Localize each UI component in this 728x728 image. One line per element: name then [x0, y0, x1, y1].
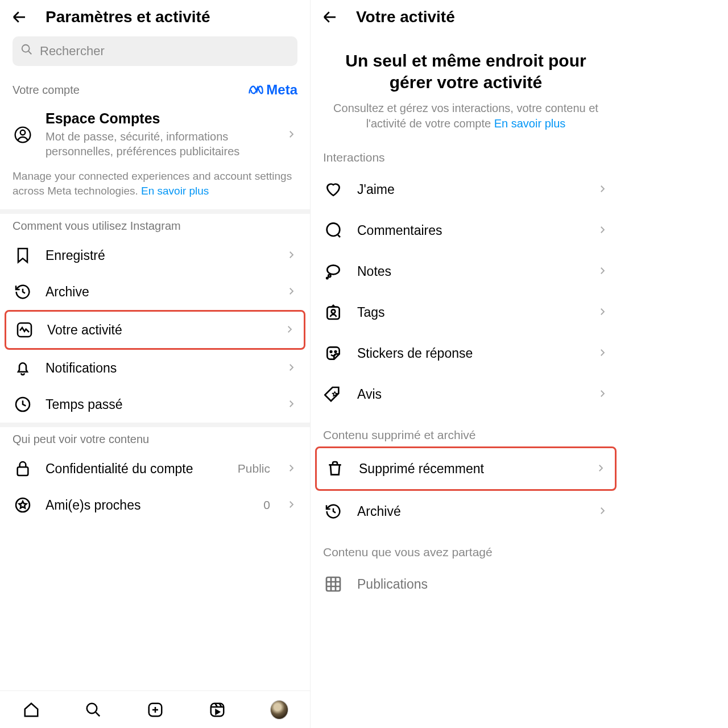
bell-icon [13, 358, 33, 378]
chevron-right-icon [284, 324, 296, 336]
section-visibility: Qui peut voir votre contenu [0, 427, 310, 450]
row-publications[interactable]: Publications [311, 564, 621, 594]
svg-point-2 [20, 130, 26, 135]
section-deleted: Contenu supprimé et archivé [311, 415, 621, 446]
row-comments[interactable]: Commentaires [311, 210, 621, 251]
chevron-right-icon [597, 307, 609, 318]
row-notes[interactable]: Notes [311, 251, 621, 292]
row-label: Confidentialité du compte [46, 461, 225, 477]
nav-create-icon[interactable] [146, 701, 164, 719]
row-label: Notifications [46, 361, 274, 376]
row-label: Publications [357, 577, 609, 592]
nav-profile-avatar[interactable] [270, 701, 288, 719]
nav-reels-icon[interactable] [208, 701, 226, 719]
accounts-sub: Mot de passe, sécurité, informations per… [46, 129, 274, 159]
row-meta: Public [238, 462, 270, 475]
hero: Un seul et même endroit pour gérer votre… [311, 36, 621, 137]
chevron-right-icon [597, 348, 609, 359]
svg-point-11 [327, 265, 339, 274]
section-interactions: Interactions [311, 137, 621, 169]
row-archived[interactable]: Archivé [311, 491, 621, 532]
footnote-link[interactable]: En savoir plus [141, 185, 209, 197]
svg-point-7 [86, 703, 97, 713]
tag-star-icon [323, 384, 344, 404]
chevron-right-icon [286, 362, 297, 374]
search-icon [20, 43, 33, 59]
chevron-right-icon [286, 286, 297, 297]
row-notifications[interactable]: Notifications [0, 350, 310, 386]
divider [0, 423, 310, 427]
row-meta: 0 [263, 498, 270, 512]
chevron-right-icon [597, 388, 609, 400]
row-label: Ami(e)s proches [46, 498, 251, 513]
chevron-right-icon [597, 225, 609, 236]
chevron-right-icon [595, 463, 607, 474]
header: Votre activité [311, 0, 621, 36]
row-label: Archivé [357, 504, 584, 519]
heart-icon [323, 179, 344, 200]
bottom-nav [0, 690, 310, 728]
comment-icon [323, 220, 344, 241]
section-label: Comment vous utilisez Instagram [13, 220, 181, 233]
row-label: Commentaires [357, 223, 584, 238]
settings-pane: Paramètres et activité Rechercher Votre … [0, 0, 311, 728]
chevron-right-icon [286, 129, 297, 140]
svg-point-12 [328, 275, 330, 277]
row-privacy[interactable]: Confidentialité du compte Public [0, 450, 310, 487]
row-close-friends[interactable]: Ami(e)s proches 0 [0, 487, 310, 523]
lock-icon [13, 458, 33, 479]
row-label: Supprimé récemment [359, 461, 582, 477]
row-body: Espace Comptes Mot de passe, sécurité, i… [46, 110, 274, 159]
row-label: Archive [46, 284, 274, 300]
row-label: Avis [357, 387, 584, 402]
section-shared: Contenu que vous avez partagé [311, 532, 621, 564]
svg-rect-9 [210, 703, 224, 716]
section-usage: Comment vous utilisez Instagram [0, 214, 310, 237]
chevron-right-icon [286, 399, 297, 410]
star-circle-icon [13, 495, 33, 515]
row-time-spent[interactable]: Temps passé [0, 386, 310, 423]
hero-link[interactable]: En savoir plus [494, 117, 566, 130]
row-likes[interactable]: J'aime [311, 169, 621, 210]
nav-search-icon[interactable] [84, 701, 102, 719]
tag-person-icon [323, 302, 344, 322]
search-placeholder: Rechercher [40, 44, 105, 59]
activity-icon [14, 320, 35, 340]
row-tags[interactable]: Tags [311, 292, 621, 333]
row-your-activity[interactable]: Votre activité [5, 310, 305, 350]
row-saved[interactable]: Enregistré [0, 237, 310, 274]
back-arrow-icon[interactable] [10, 8, 28, 26]
back-arrow-icon[interactable] [321, 8, 339, 26]
accounts-title: Espace Comptes [46, 110, 274, 127]
row-sticker-replies[interactable]: Stickers de réponse [311, 333, 621, 374]
page-title: Votre activité [356, 8, 455, 26]
svg-point-10 [327, 223, 340, 236]
svg-point-0 [22, 45, 30, 52]
svg-point-17 [335, 351, 337, 353]
meta-text: Meta [266, 82, 297, 98]
nav-home-icon[interactable] [22, 701, 40, 719]
section-account: Votre compte Meta [0, 76, 310, 102]
user-circle-icon [13, 125, 33, 145]
row-archive[interactable]: Archive [0, 274, 310, 310]
row-recently-deleted[interactable]: Supprimé récemment [315, 446, 617, 491]
section-label: Votre compte [13, 84, 80, 97]
hero-title: Un seul et même endroit pour gérer votre… [328, 50, 604, 93]
hero-sub: Consultez et gérez vos interactions, vot… [328, 101, 604, 131]
chevron-right-icon [286, 250, 297, 261]
svg-point-16 [330, 351, 332, 353]
search-input[interactable]: Rechercher [13, 36, 297, 66]
thought-icon [323, 261, 344, 282]
avatar [270, 700, 288, 719]
svg-point-13 [326, 278, 328, 279]
chevron-right-icon [286, 463, 297, 474]
accounts-center-row[interactable]: Espace Comptes Mot de passe, sécurité, i… [0, 102, 310, 167]
svg-rect-5 [18, 468, 28, 476]
page-title: Paramètres et activité [46, 8, 210, 26]
archive-icon [323, 501, 344, 522]
divider [0, 209, 310, 214]
chevron-right-icon [286, 499, 297, 511]
row-label: Votre activité [47, 322, 272, 338]
row-label: Temps passé [46, 397, 274, 412]
row-reviews[interactable]: Avis [311, 374, 621, 415]
